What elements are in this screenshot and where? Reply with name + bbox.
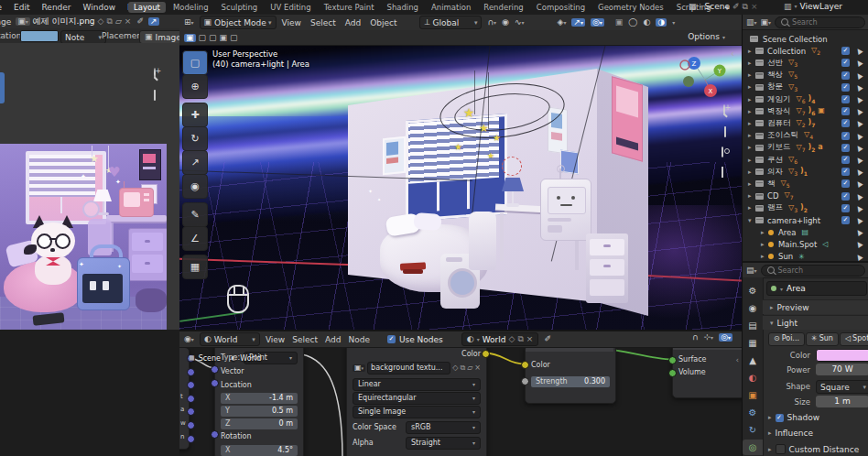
properties-tab-output[interactable]: ▤ [743, 318, 763, 333]
selectable-icon[interactable]: ▲ [854, 106, 863, 116]
transform-tool[interactable]: ◉ [182, 174, 208, 199]
image-menu[interactable]: Image [0, 17, 11, 27]
selectable-icon[interactable]: ▲ [854, 46, 863, 56]
outliner-row[interactable]: ▸Main.Spot◁▲ [743, 238, 868, 250]
hanging-star[interactable]: ★ [479, 122, 489, 135]
properties-tab-physics[interactable]: ↻ [743, 422, 763, 438]
visibility-checkbox[interactable]: ✓ [841, 156, 850, 164]
location-z-field[interactable]: Z0 m [221, 418, 298, 429]
snap-magnet-icon[interactable]: ∩ [692, 333, 699, 342]
light-panel-header[interactable]: ▾Light [763, 315, 868, 330]
mapping-node[interactable]: Type: Point▾ Vector Location X-1.4 m Y0.… [214, 347, 304, 456]
zoom-icon[interactable] [723, 105, 725, 114]
properties-tab-object-data[interactable]: ◎ [743, 440, 763, 455]
expand-icon[interactable]: ▸ [748, 83, 755, 91]
workspace-tab-animation[interactable]: Animation [426, 2, 476, 13]
outliner-search[interactable]: Search [775, 16, 865, 28]
workspace-tab-layout[interactable]: Layout [128, 2, 166, 13]
visibility-checkbox[interactable]: ✓ [841, 95, 850, 103]
expand-icon[interactable]: ▸ [748, 108, 755, 115]
selectable-icon[interactable]: ▲ [854, 94, 863, 104]
expand-icon[interactable]: ▸ [748, 60, 755, 67]
expand-icon[interactable]: ▸ [748, 120, 755, 127]
outliner-row[interactable]: ▸책▽5✓▲ [743, 178, 868, 190]
projection-dropdown[interactable]: Equirectangular▾ [353, 392, 481, 405]
expand-icon[interactable]: ▸ [748, 168, 755, 176]
texcoord-output-socket[interactable] [187, 421, 195, 429]
selectable-icon[interactable]: ▲ [854, 179, 863, 189]
outliner-row[interactable]: ▸Collection▽2✓▲ [743, 45, 868, 57]
select-mode-new-icon[interactable]: ▣ [184, 34, 196, 42]
menu-add[interactable]: Add [325, 335, 341, 344]
environment-texture-node[interactable]: Color ▣▾ background textu... ◇ ⧉ ▱ × Lin… [346, 347, 487, 456]
visibility-checkbox[interactable]: ✓ [841, 168, 850, 176]
selectable-icon[interactable]: ▲ [854, 71, 863, 81]
select-mode-intersect-icon[interactable]: ▢ [230, 34, 238, 42]
drawers[interactable] [586, 233, 628, 303]
expand-icon[interactable]: ▸ [748, 192, 755, 200]
outliner-row[interactable]: ▾camera+light✓▲ [743, 214, 868, 226]
properties-tab-modifiers[interactable]: ⚙ [743, 405, 763, 420]
custom-distance-checkbox[interactable] [776, 444, 786, 454]
camera-view-icon[interactable] [722, 147, 723, 157]
location-x-field[interactable]: X-1.4 m [221, 393, 298, 404]
select-box-tool[interactable]: ▢ [182, 50, 208, 75]
selectable-icon[interactable]: ▲ [854, 239, 863, 249]
properties-tab-world[interactable]: ◐ [743, 370, 763, 385]
editor-type-icon[interactable]: ▤▾ [746, 266, 757, 275]
light-type-spot-button[interactable]: ◁Spot [840, 332, 868, 346]
workspace-tab-geometry-nodes[interactable]: Geometry Nodes [592, 2, 669, 13]
expand-icon[interactable]: ▸ [761, 241, 768, 248]
shadow-checkbox[interactable]: ✓ [776, 414, 784, 422]
image-name-field[interactable]: background textu... [367, 362, 450, 375]
background-node[interactable]: Color Strength 0.300 [525, 347, 616, 404]
outliner-row[interactable]: ▸키보드▽7)2a✓▲ [743, 142, 868, 154]
workspace-tab-uv-editing[interactable]: UV Editing [265, 2, 316, 13]
use-nodes-toggle[interactable]: ✓ Use Nodes [387, 335, 443, 344]
texcoord-output-socket[interactable] [187, 368, 195, 376]
selectable-icon[interactable]: ▲ [854, 191, 863, 201]
properties-tab-tool[interactable]: ⚙ [743, 283, 763, 299]
properties-tab-object[interactable]: ▣ [743, 387, 763, 403]
rotate-tool[interactable]: ↻ [182, 126, 208, 151]
selectable-icon[interactable]: ▲ [854, 58, 863, 68]
expand-icon[interactable]: ▸ [748, 144, 755, 151]
pan-icon[interactable] [724, 127, 726, 136]
pin-icon[interactable]: ✐ [732, 3, 740, 11]
selectable-icon[interactable]: ▲ [854, 167, 863, 177]
external-icon[interactable]: ↗ [148, 17, 159, 26]
hanging-star[interactable]: ★ [454, 142, 462, 152]
scene-name[interactable]: Scene [705, 2, 730, 11]
image-canvas[interactable]: ★ ★ ✦ ✦ ♥ [0, 43, 179, 330]
node-canvas[interactable]: tawn Type: Point▾ Vector Location X-1.4 … [179, 347, 742, 456]
snap-magnet-icon[interactable]: ∩▾ [487, 18, 496, 27]
properties-tab-render[interactable]: ◉ [743, 300, 763, 316]
properties-search[interactable]: Search [761, 265, 865, 277]
outliner-row[interactable]: ▸책상▽5✓▲ [743, 70, 868, 81]
select-mode-subtract-icon[interactable]: ▢ [209, 34, 217, 42]
preview-panel-header[interactable]: ▸Preview [763, 299, 868, 314]
copy-icon[interactable]: ⧉ [107, 17, 113, 26]
hanging-star[interactable]: ★ [493, 133, 501, 143]
pan-icon[interactable] [154, 91, 156, 100]
interpolation-dropdown[interactable]: Linear▾ [353, 378, 481, 391]
selectable-icon[interactable]: ▲ [854, 131, 863, 141]
light-type-sun-button[interactable]: ✳Sun [806, 332, 839, 346]
editor-type-icon[interactable]: ◉▾ [184, 335, 194, 343]
outliner-row[interactable]: ▸Sun✳▲ [743, 251, 868, 261]
shape-dropdown[interactable]: Square▾ [816, 380, 868, 394]
visibility-checkbox[interactable]: ✓ [841, 83, 850, 92]
menu-window[interactable]: Window [83, 3, 116, 12]
options-dropdown[interactable]: Options▾ [688, 32, 725, 41]
outliner-row[interactable]: ▸CD▽7✓▲ [743, 190, 868, 202]
selectable-icon[interactable]: ▲ [854, 227, 863, 237]
outliner-root[interactable]: Scene Collection [743, 33, 868, 45]
workspace-tab-modeling[interactable]: Modeling [168, 2, 214, 13]
shading-rendered-icon[interactable]: ◑ [656, 18, 667, 27]
close-icon[interactable]: × [125, 17, 132, 26]
source-dropdown[interactable]: Single Image▾ [353, 406, 481, 418]
shader-type-dropdown[interactable]: ◐ World▾ [200, 332, 260, 346]
move-tool[interactable]: ✚ [182, 103, 208, 127]
selectable-icon[interactable]: ▲ [854, 118, 863, 128]
pin-icon[interactable]: ✐ [544, 335, 551, 343]
